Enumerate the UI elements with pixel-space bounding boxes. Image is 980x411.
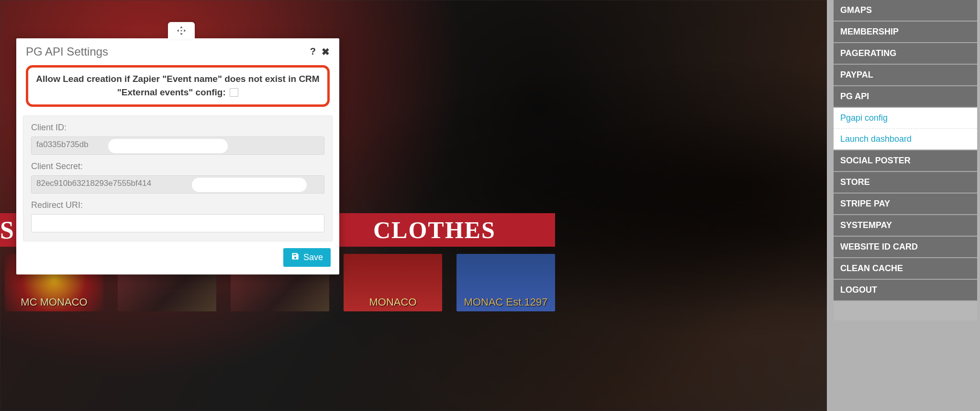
- highlighted-setting: Allow Lead creation if Zapier "Event nam…: [26, 65, 330, 107]
- modal-drag-handle[interactable]: [168, 22, 195, 39]
- sidebar-item-pg-api[interactable]: PG API: [834, 86, 977, 108]
- credentials-panel: Client ID: fa0335b735db Client Secret: 8…: [23, 115, 333, 241]
- thumbnail-label: MC MONACO: [21, 296, 87, 308]
- client-id-label: Client ID:: [31, 123, 324, 133]
- client-secret-value: 82ec910b63218293e7555bf414: [36, 179, 151, 188]
- svg-marker-1: [180, 34, 183, 35]
- sidebar-item-social-poster[interactable]: SOCIAL POSTER: [834, 150, 977, 172]
- save-button[interactable]: Save: [283, 248, 331, 267]
- sidebar-item-paypal[interactable]: PAYPAL: [834, 65, 977, 86]
- thumbnail-label: MONACO: [369, 296, 417, 308]
- redirect-uri-label: Redirect URI:: [31, 200, 324, 210]
- svg-marker-3: [184, 29, 186, 32]
- modal-header: PG API Settings ? ✖: [16, 38, 339, 62]
- save-icon: [291, 252, 300, 263]
- modal-footer: Save: [16, 248, 339, 274]
- client-secret-label: Client Secret:: [31, 161, 324, 171]
- thumbnail-4: MONACO: [344, 254, 442, 311]
- modal-header-icons: ? ✖: [310, 46, 330, 57]
- move-icon: [176, 25, 187, 36]
- sidebar-spacer: [834, 301, 977, 320]
- help-icon[interactable]: ?: [310, 46, 316, 57]
- redaction-mask: [192, 178, 307, 192]
- sidebar-item-website-id-card[interactable]: WEBSITE ID CARD: [834, 237, 977, 258]
- banner-title: CLOTHES: [373, 216, 496, 244]
- sidebar-item-pagerating[interactable]: PAGERATING: [834, 43, 977, 65]
- highlighted-setting-label: Allow Lead creation if Zapier "Event nam…: [36, 74, 319, 97]
- sidebar-sub-pgapi-config[interactable]: Pgapi config: [834, 108, 977, 129]
- close-icon[interactable]: ✖: [322, 46, 330, 57]
- svg-point-4: [181, 30, 182, 32]
- sidebar-item-systempay[interactable]: SYSTEMPAY: [834, 215, 977, 237]
- redirect-uri-field[interactable]: [31, 214, 324, 232]
- thumbnail-5: MONAC Est.1297: [457, 254, 555, 311]
- client-secret-field[interactable]: 82ec910b63218293e7555bf414: [31, 175, 324, 194]
- thumbnail-label: MONAC Est.1297: [464, 296, 548, 308]
- sidebar-item-stripe-pay[interactable]: STRIPE PAY: [834, 194, 977, 215]
- sidebar-item-membership[interactable]: MEMBERSHIP: [834, 22, 977, 43]
- sidebar-item-store[interactable]: STORE: [834, 172, 977, 194]
- redaction-mask: [108, 139, 228, 153]
- sidebar-item-clean-cache[interactable]: CLEAN CACHE: [834, 258, 977, 280]
- sidebar-sub-launch-dashboard[interactable]: Launch dashboard: [834, 129, 977, 150]
- svg-marker-0: [180, 26, 183, 28]
- save-button-label: Save: [303, 252, 323, 263]
- modal-title: PG API Settings: [26, 45, 108, 58]
- sidebar-item-gmaps[interactable]: GMAPS: [834, 0, 977, 22]
- pg-api-settings-modal: PG API Settings ? ✖ Allow Lead creation …: [16, 38, 339, 274]
- zapier-allow-lead-checkbox[interactable]: [230, 88, 238, 97]
- sidebar-item-logout[interactable]: LOGOUT: [834, 280, 977, 301]
- client-id-field[interactable]: fa0335b735db: [31, 137, 324, 155]
- client-id-value: fa0335b735db: [36, 140, 89, 149]
- svg-marker-2: [177, 29, 179, 32]
- admin-sidebar: GMAPS MEMBERSHIP PAGERATING PAYPAL PG AP…: [834, 0, 977, 320]
